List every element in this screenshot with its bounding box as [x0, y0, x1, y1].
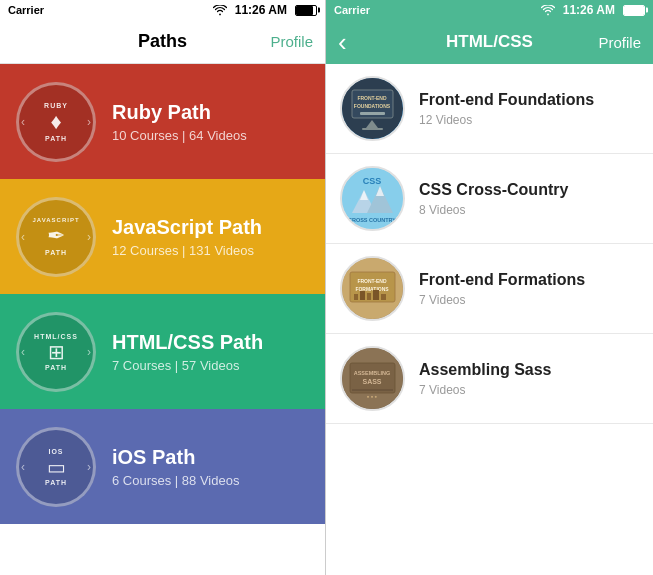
ruby-info: Ruby Path 10 Courses | 64 Videos [112, 101, 309, 143]
right-time: 11:26 AM [563, 3, 615, 17]
svg-rect-21 [373, 290, 379, 300]
left-profile-link[interactable]: Profile [270, 33, 313, 50]
frontend-foundations-meta: 12 Videos [419, 113, 639, 127]
frontend-formations-image: FRONT-END FORMATIONS [342, 258, 403, 319]
ios-badge-top: IOS [48, 448, 63, 455]
left-status-bar: Carrier 11:26 AM [0, 0, 325, 20]
battery-fill [296, 6, 313, 15]
svg-text:FRONT-END: FRONT-END [357, 95, 387, 101]
ruby-badge-bottom: PATH [45, 135, 67, 142]
course-item-frontend-foundations[interactable]: FRONT-END FOUNDATIONS Front-end Foundati… [326, 64, 653, 154]
frontend-formations-name: Front-end Formations [419, 270, 639, 289]
right-nav-title: HTML/CSS [446, 32, 533, 52]
wifi-icon [213, 5, 227, 16]
course-thumb-frontend-formations: FRONT-END FORMATIONS [340, 256, 405, 321]
right-profile-link[interactable]: Profile [598, 34, 641, 51]
right-arrow-icon: › [87, 460, 91, 474]
right-nav-bar: ‹ HTML/CSS Profile [326, 20, 653, 64]
frontend-formations-meta: 7 Videos [419, 293, 639, 307]
right-carrier: Carrier [334, 4, 370, 16]
ios-badge: ‹ › IOS ▭ PATH [16, 427, 96, 507]
ios-path-name: iOS Path [112, 446, 309, 469]
ios-path-meta: 6 Courses | 88 Videos [112, 473, 309, 488]
ruby-path-meta: 10 Courses | 64 Videos [112, 128, 309, 143]
svg-text:CROSS COUNTRY: CROSS COUNTRY [348, 217, 396, 223]
svg-rect-22 [381, 294, 386, 300]
js-badge-bottom: PATH [45, 249, 67, 256]
course-item-frontend-formations[interactable]: FRONT-END FORMATIONS Front-end Formation… [326, 244, 653, 334]
javascript-path-meta: 12 Courses | 131 Videos [112, 243, 309, 258]
svg-text:SASS: SASS [362, 378, 381, 385]
assembling-sass-name: Assembling Sass [419, 360, 639, 379]
ruby-badge-top: RUBY [44, 102, 68, 109]
course-thumb-frontend-foundations: FRONT-END FOUNDATIONS [340, 76, 405, 141]
css-cross-country-info: CSS Cross-Country 8 Videos [419, 180, 639, 216]
svg-text:FRONT-END: FRONT-END [357, 278, 387, 284]
course-thumb-assembling-sass: ASSEMBLING SASS ● ● ● [340, 346, 405, 411]
courses-list: FRONT-END FOUNDATIONS Front-end Foundati… [326, 64, 653, 575]
svg-rect-20 [367, 293, 371, 300]
right-arrow-icon: › [87, 345, 91, 359]
right-battery-fill [624, 6, 644, 15]
frontend-foundations-info: Front-end Foundations 12 Videos [419, 90, 639, 126]
left-nav-bar: Paths Profile [0, 20, 325, 64]
right-arrow-icon: › [87, 115, 91, 129]
frontend-foundations-name: Front-end Foundations [419, 90, 639, 109]
htmlcss-badge: ‹ › HTML/CSS ⊞ PATH [16, 312, 96, 392]
frontend-foundations-image: FRONT-END FOUNDATIONS [342, 78, 403, 139]
htmlcss-path-name: HTML/CSS Path [112, 331, 309, 354]
svg-text:●  ●  ●: ● ● ● [367, 394, 378, 399]
css-cross-country-image: CSS CROSS COUNTRY [342, 168, 403, 229]
svg-rect-6 [362, 128, 383, 130]
css-cross-country-name: CSS Cross-Country [419, 180, 639, 199]
javascript-badge: ‹ › JAVASCRIPT ✒ PATH [16, 197, 96, 277]
htmlcss-path-meta: 7 Courses | 57 Videos [112, 358, 309, 373]
right-wifi-icon [541, 5, 555, 16]
left-arrow-icon: ‹ [21, 460, 25, 474]
left-nav-title: Paths [138, 31, 187, 52]
left-time: 11:26 AM [235, 3, 287, 17]
left-status-icons: 11:26 AM [213, 3, 317, 17]
left-arrow-icon: ‹ [21, 115, 25, 129]
battery-cap [318, 8, 321, 13]
ios-info: iOS Path 6 Courses | 88 Videos [112, 446, 309, 488]
svg-text:CSS: CSS [363, 176, 382, 186]
assembling-sass-image: ASSEMBLING SASS ● ● ● [342, 348, 403, 409]
left-arrow-icon: ‹ [21, 345, 25, 359]
htmlcss-badge-top: HTML/CSS [34, 333, 78, 340]
course-thumb-css-cross-country: CSS CROSS COUNTRY [340, 166, 405, 231]
path-item-ruby[interactable]: ‹ › RUBY ♦ PATH Ruby Path 10 Courses | 6… [0, 64, 325, 179]
course-item-css-cross-country[interactable]: CSS CROSS COUNTRY CSS Cross-Country 8 Vi… [326, 154, 653, 244]
svg-rect-19 [360, 291, 365, 300]
frontend-formations-info: Front-end Formations 7 Videos [419, 270, 639, 306]
svg-rect-18 [354, 294, 358, 300]
course-item-assembling-sass[interactable]: ASSEMBLING SASS ● ● ● Assembling Sass 7 … [326, 334, 653, 424]
ios-badge-bottom: PATH [45, 479, 67, 486]
path-item-javascript[interactable]: ‹ › JAVASCRIPT ✒ PATH JavaScript Path 12… [0, 179, 325, 294]
left-panel: Carrier 11:26 AM Paths Profile [0, 0, 326, 575]
left-carrier: Carrier [8, 4, 44, 16]
path-item-ios[interactable]: ‹ › IOS ▭ PATH iOS Path 6 Courses | 88 V… [0, 409, 325, 524]
right-battery-cap [646, 8, 649, 13]
path-item-htmlcss[interactable]: ‹ › HTML/CSS ⊞ PATH HTML/CSS Path 7 Cour… [0, 294, 325, 409]
svg-text:FOUNDATIONS: FOUNDATIONS [354, 103, 391, 109]
svg-rect-4 [360, 112, 385, 115]
right-battery-icon [623, 5, 645, 16]
javascript-path-name: JavaScript Path [112, 216, 309, 239]
right-status-icons: 11:26 AM [541, 3, 645, 17]
left-arrow-icon: ‹ [21, 230, 25, 244]
javascript-info: JavaScript Path 12 Courses | 131 Videos [112, 216, 309, 258]
svg-text:ASSEMBLING: ASSEMBLING [354, 370, 391, 376]
back-button[interactable]: ‹ [338, 29, 347, 55]
htmlcss-badge-bottom: PATH [45, 364, 67, 371]
right-status-bar: Carrier 11:26 AM [326, 0, 653, 20]
right-panel: Carrier 11:26 AM ‹ HTML/CSS Profile [326, 0, 653, 575]
battery-icon [295, 5, 317, 16]
right-arrow-icon: › [87, 230, 91, 244]
assembling-sass-meta: 7 Videos [419, 383, 639, 397]
css-cross-country-meta: 8 Videos [419, 203, 639, 217]
ruby-badge: ‹ › RUBY ♦ PATH [16, 82, 96, 162]
ruby-path-name: Ruby Path [112, 101, 309, 124]
assembling-sass-info: Assembling Sass 7 Videos [419, 360, 639, 396]
htmlcss-info: HTML/CSS Path 7 Courses | 57 Videos [112, 331, 309, 373]
